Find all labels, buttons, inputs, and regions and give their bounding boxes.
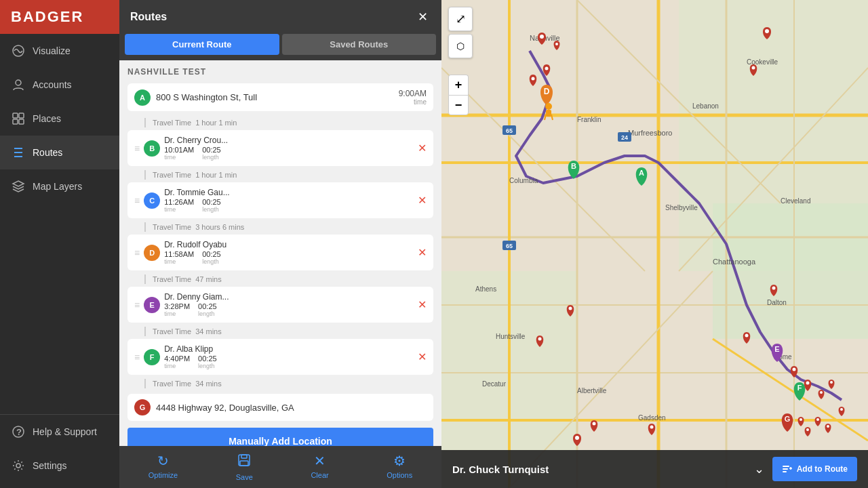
add-to-route-button[interactable]: Add to Route (772, 457, 857, 481)
stop-d: ≡ D Dr. Rudolf Oyabu 11:58AM time 00:25 … (127, 235, 433, 270)
routes-title: Routes (130, 11, 167, 23)
svg-text:Decatur: Decatur (482, 380, 507, 388)
drag-handle-d[interactable]: ≡ (134, 247, 140, 258)
svg-point-60 (569, 307, 572, 310)
zoom-out-button[interactable]: − (448, 95, 469, 115)
optimize-button[interactable]: ↻ Optimize (140, 450, 186, 484)
marker-c: C (144, 192, 160, 209)
drag-handle-f[interactable]: ≡ (134, 352, 140, 363)
settings-icon (11, 458, 26, 473)
stop-f-length-item: 00:25 length (198, 354, 217, 369)
sidebar-bottom: ? Help & Support Settings (0, 414, 119, 488)
svg-point-58 (765, 29, 769, 33)
stop-b-name: Dr. Cherry Crou... (164, 136, 414, 145)
delete-stop-f[interactable]: ✕ (418, 350, 427, 363)
route-name: NASHVILLE TEST (127, 67, 433, 77)
app-logo: BADGER (0, 0, 119, 34)
svg-text:D: D (544, 87, 550, 96)
zoom-in-button[interactable]: + (448, 75, 469, 95)
svg-point-55 (555, 43, 558, 45)
svg-text:Huntsville: Huntsville (496, 333, 526, 340)
svg-text:Franklin: Franklin (577, 116, 601, 123)
tab-current-route[interactable]: Current Route (125, 34, 279, 55)
close-button[interactable]: ✕ (414, 9, 431, 25)
pan-control[interactable]: ⤢ (448, 7, 473, 31)
zoom-controls: + − (448, 75, 469, 115)
drag-handle-b[interactable]: ≡ (134, 143, 140, 154)
map-bottom-bar: Dr. Chuck Turnquist ⌄ Add to Route (441, 450, 868, 488)
stop-e-name: Dr. Denny Giam... (164, 292, 414, 302)
svg-point-61 (538, 338, 542, 341)
stop-f-name: Dr. Alba Klipp (164, 344, 414, 354)
options-button[interactable]: ⚙ Options (378, 450, 420, 484)
stop-d-time-item: 11:58AM time (164, 250, 194, 265)
sidebar-item-routes[interactable]: Routes (0, 136, 119, 169)
svg-point-70 (816, 418, 819, 421)
marker-g: G (134, 399, 151, 415)
sidebar-item-visualize[interactable]: Visualize (0, 34, 119, 68)
svg-text:Athens: Athens (475, 285, 496, 293)
sidebar-nav: Visualize Accounts Places (0, 34, 119, 488)
svg-text:Cleveland: Cleveland (781, 197, 810, 205)
svg-text:Lebanon: Lebanon (692, 102, 719, 110)
svg-point-73 (800, 418, 802, 421)
map-navigation-controls: ⤢ ⬡ (448, 7, 473, 58)
svg-text:Gadsden: Gadsden (638, 414, 666, 422)
clear-button[interactable]: ✕ Clear (302, 450, 336, 484)
svg-point-72 (806, 428, 809, 431)
stop-d-name: Dr. Rudolf Oyabu (164, 240, 414, 249)
delete-stop-c[interactable]: ✕ (418, 194, 427, 207)
map-area[interactable]: Nashville Lebanon Cookeville Franklin Mu… (441, 0, 868, 488)
save-label: Save (236, 473, 253, 481)
stop-e: ≡ E Dr. Denny Giam... 3:28PM time 00:25 … (127, 287, 433, 323)
marker-a: A (134, 89, 151, 106)
delete-stop-d[interactable]: ✕ (418, 246, 427, 259)
routes-icon (11, 145, 26, 160)
svg-text:A: A (639, 169, 644, 177)
doctor-info: Dr. Chuck Turnquist (452, 464, 746, 475)
svg-point-65 (793, 368, 796, 371)
sidebar-item-help[interactable]: ? Help & Support (0, 415, 119, 449)
tab-saved-routes[interactable]: Saved Routes (282, 34, 437, 55)
svg-rect-88 (783, 471, 787, 472)
stop-b: ≡ B Dr. Cherry Crou... 10:01AM time 00:2… (127, 130, 433, 166)
add-location-button[interactable]: Manually Add Location (127, 428, 433, 446)
svg-point-74 (772, 287, 776, 290)
stop-a-address: 800 S Washington St, Tull (156, 92, 393, 102)
svg-text:Albertville: Albertville (577, 387, 607, 394)
clear-label: Clear (311, 471, 328, 479)
stop-c: ≡ C Dr. Tommie Gau... 11:26AM time 00:25… (127, 182, 433, 218)
svg-point-67 (820, 391, 823, 394)
clear-icon: ✕ (314, 453, 326, 469)
expand-doctor-info-button[interactable]: ⌄ (754, 462, 764, 476)
svg-text:24: 24 (621, 134, 628, 141)
sidebar-item-maplayers[interactable]: Map Layers (0, 169, 119, 203)
sidebar-item-accounts[interactable]: Accounts (0, 68, 119, 102)
stop-g-address: 4448 Highway 92, Douglasville, GA (156, 403, 427, 413)
drag-handle-c[interactable]: ≡ (134, 195, 140, 206)
svg-rect-4 (13, 119, 18, 124)
delete-stop-b[interactable]: ✕ (418, 142, 427, 155)
places-icon (11, 111, 26, 126)
tilt-control[interactable]: ⬡ (448, 34, 473, 58)
stop-b-meta: 10:01AM time 00:25 length (164, 146, 414, 161)
svg-point-57 (532, 77, 535, 81)
stop-e-length-item: 00:25 length (198, 302, 217, 317)
sidebar-item-settings[interactable]: Settings (0, 449, 119, 483)
save-button[interactable]: Save (228, 450, 261, 484)
svg-rect-10 (241, 455, 247, 458)
stop-a: A 800 S Washington St, Tull 9:00AM time (127, 83, 433, 111)
options-label: Options (387, 471, 412, 479)
svg-rect-86 (783, 466, 789, 467)
routes-panel: Routes ✕ Current Route Saved Routes NASH… (119, 0, 441, 488)
stop-d-meta: 11:58AM time 00:25 length (164, 250, 414, 265)
svg-point-54 (540, 35, 544, 39)
sidebar-item-places[interactable]: Places (0, 102, 119, 136)
sidebar-item-visualize-label: Visualize (33, 45, 71, 56)
svg-text:E: E (774, 345, 779, 353)
drag-handle-e[interactable]: ≡ (134, 300, 140, 310)
delete-stop-e[interactable]: ✕ (418, 298, 427, 311)
sidebar-item-places-label: Places (33, 113, 61, 124)
optimize-icon: ↻ (157, 453, 169, 469)
stop-c-meta: 11:26AM time 00:25 length (164, 198, 414, 213)
